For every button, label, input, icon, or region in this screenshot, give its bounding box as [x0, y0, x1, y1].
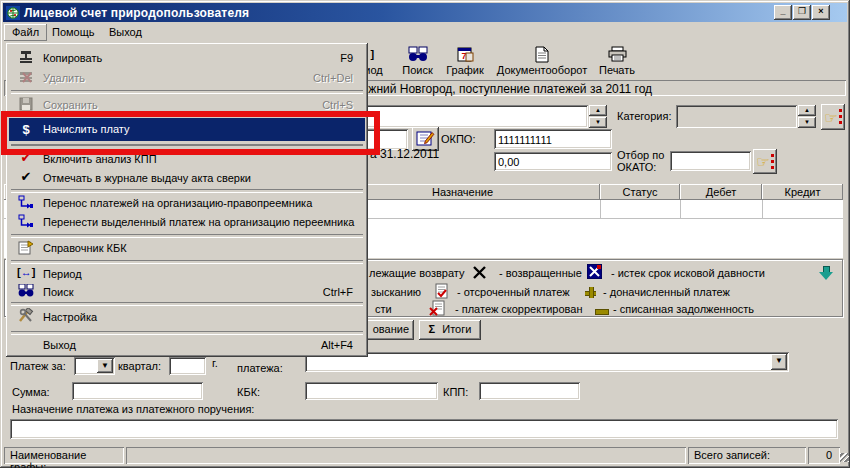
- transfer-icon: [17, 214, 35, 230]
- table-header-debit[interactable]: Дебет: [680, 184, 762, 200]
- menu-item-transfer-payments[interactable]: Перенос платежей на организацию-правопре…: [9, 193, 365, 212]
- balance-date-text: а 31.12.2011: [370, 147, 439, 161]
- legend-scroll-down-icon[interactable]: [819, 266, 833, 280]
- toolbar-search-button[interactable]: Поиск: [394, 44, 441, 79]
- legend-row1-item2: - истек срок исковой давности: [611, 267, 765, 279]
- binoculars-icon: [17, 284, 35, 300]
- statusbar-left: Наименование графы:: [4, 447, 124, 464]
- kbk-field[interactable]: [305, 382, 438, 400]
- year-label: г.: [212, 357, 218, 369]
- directory-icon: [17, 240, 35, 256]
- toolbar-print-button[interactable]: Печать: [597, 44, 637, 79]
- title-bar[interactable]: Лицевой счет природопользователя: [3, 3, 847, 22]
- table-header-status[interactable]: Статус: [600, 184, 680, 200]
- menu-item-kpp-analysis[interactable]: ✔ Включить анализ КПП: [9, 149, 365, 168]
- red-dots-icon: [839, 109, 842, 125]
- kpp-label: КПП:: [443, 386, 468, 398]
- payment-date-combo[interactable]: ▼: [305, 352, 789, 372]
- table-header-credit[interactable]: Кредит: [762, 184, 843, 200]
- purpose-label: Назначение платежа из платежного поручен…: [12, 403, 254, 415]
- period-icon: [↔]: [17, 266, 35, 282]
- menu-item-settings[interactable]: Настройка: [9, 306, 365, 328]
- quarter-field[interactable]: [169, 357, 206, 375]
- category-field[interactable]: [676, 105, 797, 128]
- menubar-file[interactable]: Файл: [4, 24, 47, 41]
- purpose-field[interactable]: [10, 419, 838, 439]
- tools-icon: [17, 308, 35, 324]
- menu-item-transfer-selected[interactable]: Перенести выделенный платеж на организац…: [9, 212, 365, 232]
- menubar-exit[interactable]: Выход: [101, 24, 150, 41]
- red-dots-icon: [771, 154, 774, 170]
- file-menu: Копировать F9 Удалить Ctrl+Del Сохранить…: [6, 43, 368, 357]
- okpo-value: 1111111111: [498, 134, 552, 146]
- chevron-down-icon[interactable]: ▼: [97, 359, 113, 373]
- okato-field[interactable]: [670, 151, 751, 171]
- payment-date-label: платежа:: [237, 362, 283, 374]
- legend-row2-item1: - отсроченный платеж: [457, 286, 570, 298]
- menu-item-delete[interactable]: Удалить Ctrl+Del: [9, 68, 365, 88]
- binoculars-icon: [408, 44, 428, 64]
- sigma-icon: Σ: [429, 323, 436, 335]
- resize-grip[interactable]: [840, 453, 849, 462]
- expired-term-icon: [586, 264, 602, 279]
- legend-row2-item2: - доначисленный платеж: [603, 286, 730, 298]
- calendar-icon: 7: [457, 44, 474, 64]
- okato-pick-button[interactable]: ☞: [753, 149, 777, 174]
- document-icon: [535, 44, 549, 64]
- maximize-button[interactable]: ❐: [793, 5, 811, 20]
- deferred-payment-icon: [433, 283, 449, 298]
- menu-item-save[interactable]: Сохранить Ctrl+S: [9, 95, 365, 115]
- kpp-field[interactable]: [479, 382, 580, 400]
- minimize-button[interactable]: _: [774, 5, 792, 20]
- toolbar-chart-button[interactable]: 7 График: [443, 44, 487, 79]
- legend-row3-item2: - списанная задолженность: [613, 303, 754, 315]
- organization-spinner[interactable]: ▲▼: [589, 105, 607, 128]
- chevron-down-icon[interactable]: ▼: [771, 354, 787, 370]
- totals-button[interactable]: Σ Итоги: [419, 320, 481, 340]
- payment-for-label: Платеж за:: [10, 360, 66, 372]
- amount-value: 0,00: [498, 156, 519, 168]
- legend-row2-fragment: зысканию: [371, 286, 421, 298]
- menu-item-kbk-directory[interactable]: Справочник КБК: [9, 238, 365, 258]
- menu-item-period[interactable]: [↔] Период: [9, 264, 365, 282]
- legend-row3-fragment: сти: [375, 303, 392, 315]
- menu-item-copy[interactable]: Копировать F9: [9, 48, 365, 68]
- toolbar-docflow-button[interactable]: Документооборот: [489, 44, 595, 79]
- amount-field: 0,00: [494, 152, 612, 171]
- statusbar-middle: [126, 447, 686, 464]
- payment-for-combo[interactable]: ▼: [74, 357, 115, 375]
- dollar-icon: $: [17, 122, 35, 138]
- menu-item-search[interactable]: Поиск Ctrl+F: [9, 282, 365, 300]
- quarter-label: квартал:: [118, 360, 161, 372]
- returned-x-icon: [471, 265, 487, 280]
- legend-row3-item1: - платеж скорректирован: [455, 303, 582, 315]
- window-title: Лицевой счет природопользователя: [24, 6, 249, 20]
- menu-item-exit[interactable]: Выход Alt+F4: [9, 335, 365, 353]
- category-spinner[interactable]: ▲▼: [798, 105, 816, 128]
- sum-label: Сумма:: [12, 386, 50, 398]
- minus-icon: [594, 304, 610, 319]
- copy-icon: [17, 50, 35, 66]
- red-check-icon: ✔: [17, 151, 35, 167]
- category-label: Категория:: [617, 110, 671, 122]
- calendar-pencil-icon: [416, 130, 435, 148]
- info-bar-text: Нижний Новгород, поступление платежей за…: [353, 82, 652, 96]
- category-pick-button[interactable]: ☞: [821, 104, 845, 130]
- close-button[interactable]: ×: [812, 5, 830, 20]
- menubar-help[interactable]: Помощь: [44, 24, 103, 41]
- menu-item-accrue-payment[interactable]: $ Начислить плату: [9, 118, 365, 141]
- app-window: Лицевой счет природопользователя _ ❐ × Ф…: [0, 0, 850, 468]
- okpo-field[interactable]: 1111111111: [494, 129, 612, 149]
- legend-row1-item1: - возвращенные: [499, 267, 582, 279]
- plus-icon: [582, 285, 598, 300]
- check-icon: ✔: [17, 170, 35, 186]
- menu-item-journal-mark[interactable]: ✔ Отмечать в журнале выдачу акта сверки: [9, 168, 365, 187]
- save-icon: [17, 97, 35, 113]
- kbk-label: КБК:: [237, 386, 260, 398]
- okpo-label: ОКПО:: [441, 133, 475, 145]
- legend-row1-fragment: лежащие возврату: [369, 267, 465, 279]
- sum-field[interactable]: [72, 382, 203, 400]
- statusbar-total-value: 0: [808, 447, 840, 464]
- transfer-icon: [17, 195, 35, 211]
- corrected-payment-icon: [429, 300, 445, 315]
